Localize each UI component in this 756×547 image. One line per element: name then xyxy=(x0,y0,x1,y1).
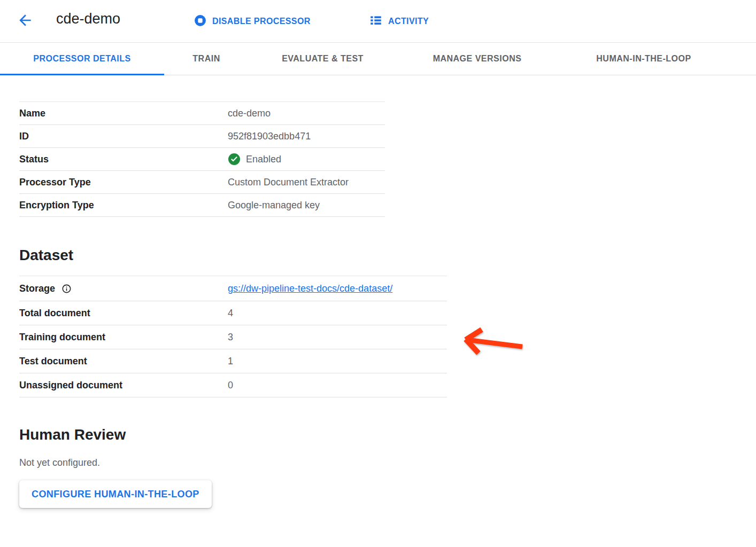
app-header: cde-demo DISABLE PROCESSOR ACTIVITY xyxy=(0,0,756,43)
table-row-status: Status Enabled xyxy=(19,148,385,171)
tab-train[interactable]: TRAIN xyxy=(164,43,249,75)
row-label: Unassigned document xyxy=(19,380,228,391)
row-value: cde-demo xyxy=(228,108,271,119)
row-value: 952f81903edbb471 xyxy=(228,131,311,142)
row-label: Encryption Type xyxy=(19,200,228,211)
page-title: cde-demo xyxy=(56,11,120,27)
dataset-table: Storage gs://dw-pipeline-test-docs/cde-d… xyxy=(19,276,447,397)
stop-circle-icon xyxy=(194,14,207,29)
row-value: 4 xyxy=(228,308,233,319)
row-label: Name xyxy=(19,108,228,119)
dataset-heading: Dataset xyxy=(19,247,756,264)
tab-evaluate-test[interactable]: EVALUATE & TEST xyxy=(249,43,397,75)
activity-label: ACTIVITY xyxy=(388,17,429,26)
info-icon[interactable] xyxy=(61,284,72,294)
disable-processor-label: DISABLE PROCESSOR xyxy=(212,17,311,26)
human-review-heading: Human Review xyxy=(19,426,756,443)
status-text: Enabled xyxy=(246,154,281,165)
back-button[interactable] xyxy=(16,12,34,30)
table-row-storage: Storage gs://dw-pipeline-test-docs/cde-d… xyxy=(19,276,447,301)
row-label: Training document xyxy=(19,332,228,343)
table-row-id: ID 952f81903edbb471 xyxy=(19,125,385,148)
row-value: Custom Document Extractor xyxy=(228,177,349,188)
configure-human-in-the-loop-button[interactable]: CONFIGURE HUMAN-IN-THE-LOOP xyxy=(19,480,212,508)
storage-link[interactable]: gs://dw-pipeline-test-docs/cde-dataset/ xyxy=(228,283,392,294)
row-label: Storage xyxy=(19,283,228,294)
row-value: 0 xyxy=(228,380,233,391)
row-label: ID xyxy=(19,131,228,142)
check-circle-icon xyxy=(228,153,241,166)
row-value: Enabled xyxy=(228,153,281,166)
disable-processor-button[interactable]: DISABLE PROCESSOR xyxy=(194,0,311,43)
tab-human-in-the-loop[interactable]: HUMAN-IN-THE-LOOP xyxy=(558,43,730,75)
table-row-encryption-type: Encryption Type Google-managed key xyxy=(19,194,385,217)
row-label: Total document xyxy=(19,308,228,319)
row-label: Processor Type xyxy=(19,177,228,188)
row-value: 1 xyxy=(228,356,233,367)
table-row-total-document: Total document 4 xyxy=(19,301,447,325)
table-row-name: Name cde-demo xyxy=(19,102,385,125)
tab-bar: PROCESSOR DETAILS TRAIN EVALUATE & TEST … xyxy=(0,43,756,75)
arrow-back-icon xyxy=(17,22,34,30)
table-row-training-document: Training document 3 xyxy=(19,325,447,349)
activity-button[interactable]: ACTIVITY xyxy=(369,0,429,43)
main-content: Name cde-demo ID 952f81903edbb471 Status… xyxy=(0,75,756,508)
processor-details-page: { "header": { "title": "cde-demo", "disa… xyxy=(0,0,756,547)
row-label: Status xyxy=(19,154,228,165)
row-value: gs://dw-pipeline-test-docs/cde-dataset/ xyxy=(228,283,392,294)
table-row-processor-type: Processor Type Custom Document Extractor xyxy=(19,171,385,194)
row-value: Google-managed key xyxy=(228,200,320,211)
human-review-status: Not yet configured. xyxy=(19,457,756,468)
row-value: 3 xyxy=(228,332,233,343)
table-row-test-document: Test document 1 xyxy=(19,349,447,373)
tab-manage-versions[interactable]: MANAGE VERSIONS xyxy=(397,43,558,75)
list-icon xyxy=(369,13,383,29)
row-label: Test document xyxy=(19,356,228,367)
storage-label: Storage xyxy=(19,283,55,294)
table-row-unassigned-document: Unassigned document 0 xyxy=(19,373,447,397)
processor-info-table: Name cde-demo ID 952f81903edbb471 Status… xyxy=(19,101,385,217)
tab-processor-details[interactable]: PROCESSOR DETAILS xyxy=(0,43,164,75)
